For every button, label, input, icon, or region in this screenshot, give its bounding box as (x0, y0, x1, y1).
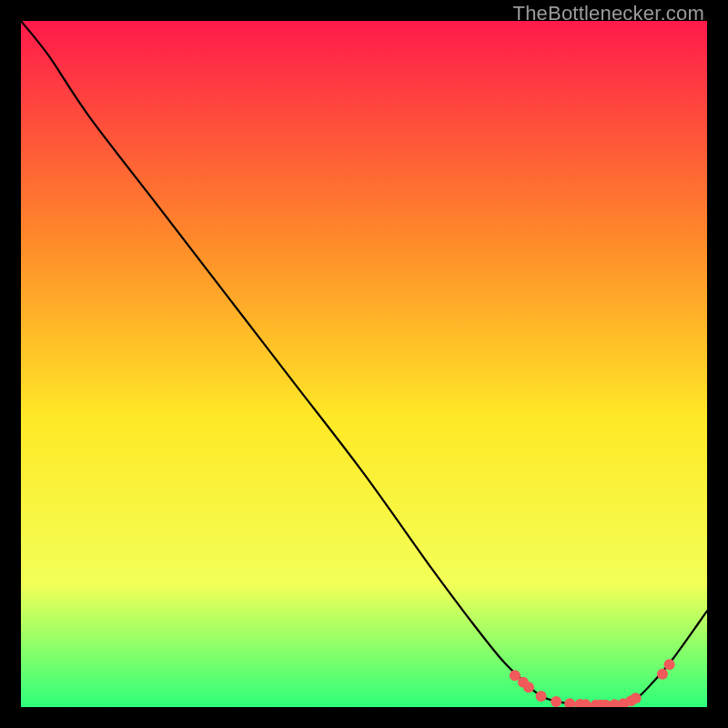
curve-marker (664, 659, 675, 670)
curve-marker (631, 693, 642, 703)
curve-marker (551, 696, 561, 707)
curve-marker (523, 682, 534, 693)
curve-marker (657, 669, 668, 680)
chart-frame (21, 21, 707, 707)
curve-marker (536, 691, 547, 702)
gradient-background (21, 21, 707, 707)
bottleneck-chart (21, 21, 707, 707)
watermark-text: TheBottlenecker.com (513, 2, 704, 25)
